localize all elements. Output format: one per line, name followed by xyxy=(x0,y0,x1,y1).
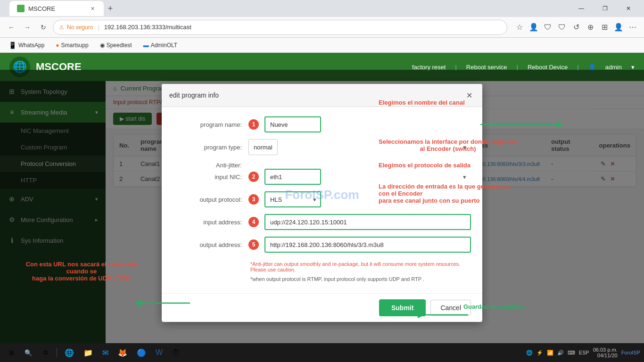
sound-icon: 🔊 xyxy=(557,350,564,356)
start-button[interactable]: ⊞ xyxy=(4,345,19,360)
modal-header: edit program info ✕ xyxy=(162,84,482,107)
modal-title: edit program info xyxy=(169,91,219,99)
bookmark-speedtest-label: Speedtest xyxy=(107,42,132,49)
output-protocol-label: output protocol: xyxy=(173,196,248,203)
bookmarks-bar: 📱 WhatsApp ● Smartsupp ◉ Speedtest ▬ Adm… xyxy=(0,38,644,53)
program-type-select[interactable]: normal HD SD xyxy=(248,139,278,155)
clock-date: 04/11/20 xyxy=(593,353,618,358)
back-button[interactable]: ← xyxy=(5,21,18,34)
anti-jitter-row: Anti-jitter: xyxy=(173,162,471,169)
input-address-input[interactable] xyxy=(264,214,471,230)
browser-chrome: MSCORE ✕ + — ❐ ✕ ← → ↻ ⚠ No seguro | 192… xyxy=(0,0,644,53)
extension-icon1[interactable]: 🛡 xyxy=(541,21,554,34)
modal-close-button[interactable]: ✕ xyxy=(463,90,475,101)
submit-button[interactable]: Submit xyxy=(379,299,426,316)
adminolt-icon: ▬ xyxy=(143,42,149,49)
explorer-icon: 📁 xyxy=(83,348,93,357)
modal-dialog: edit program info ✕ program name: 1 xyxy=(162,84,482,322)
taskbar-clock: 06:03 p.m. 04/11/20 xyxy=(593,347,618,358)
taskview-button[interactable]: ⧉ xyxy=(38,345,53,360)
cancel-button[interactable]: Cancel xyxy=(430,300,471,316)
note-2: *when output protocol is RTMP, input pro… xyxy=(250,274,471,284)
address-box[interactable]: ⚠ No seguro | 192.168.203.136:3333/multi… xyxy=(53,20,507,35)
taskbar-right: 🌐 ⚡ 📶 🔊 ⌨ ESP 06:03 p.m. 04/11/20 ForoIS… xyxy=(526,347,640,358)
minimize-button[interactable]: — xyxy=(570,1,592,16)
bookmark-smartsupp-label: Smartsupp xyxy=(61,42,89,49)
tab-close-button[interactable]: ✕ xyxy=(89,5,96,12)
extension-icon2[interactable]: 🛡 xyxy=(555,21,569,34)
taskbar-extra-app[interactable]: ⏱ xyxy=(168,346,183,359)
keyboard-icon: ⌨ xyxy=(568,350,575,356)
star-icon[interactable]: ☆ xyxy=(513,21,526,34)
taskbar-chrome-app[interactable]: 🔵 xyxy=(133,346,150,359)
title-bar: MSCORE ✕ + — ❐ ✕ xyxy=(0,0,644,17)
input-nic-select-wrapper: eth1 eth0 eth2 xyxy=(264,169,471,185)
badge-5: 5 xyxy=(248,239,259,250)
toolbar-icons: ☆ 👤 🛡 🛡 ↺ ⊕ ⊞ 👤 ⋯ xyxy=(513,21,639,34)
bookmark-whatsapp[interactable]: 📱 WhatsApp xyxy=(5,40,48,50)
word-icon: W xyxy=(156,348,163,357)
lock-icon: ⚠ xyxy=(59,24,64,31)
profile-icon[interactable]: 👤 xyxy=(527,21,540,34)
modal-footer: Submit Cancel xyxy=(162,293,482,322)
note-1: *Anti-jitter can output smoothly and re-… xyxy=(250,259,471,274)
extension-icon5[interactable]: ⊞ xyxy=(598,21,611,34)
badge-3: 3 xyxy=(248,194,259,205)
output-protocol-row: output protocol: 3 HLS RTMP UDP HTTP xyxy=(173,191,471,207)
badge-1: 1 xyxy=(248,119,259,130)
annotation-5-text: Con esta URL nos sacará el contenido cua… xyxy=(20,261,143,282)
user-avatar-icon[interactable]: 👤 xyxy=(612,21,625,34)
refresh-button[interactable]: ↻ xyxy=(37,21,50,34)
menu-icon[interactable]: ⋯ xyxy=(626,21,639,34)
taskbar-mail-app[interactable]: ✉ xyxy=(99,346,112,359)
bookmark-adminolt[interactable]: ▬ AdminOLT xyxy=(140,41,181,50)
input-nic-row: input NIC: 2 eth1 eth0 eth2 xyxy=(173,169,471,185)
anti-jitter-label: Anti-jitter: xyxy=(173,162,248,169)
forward-button[interactable]: → xyxy=(21,21,34,34)
wifi-icon: 📶 xyxy=(547,350,553,356)
search-button[interactable]: 🔍 xyxy=(21,345,36,360)
program-type-label: program type: xyxy=(173,144,248,151)
program-name-label: program name: xyxy=(173,121,248,128)
bookmark-adminolt-label: AdminOLT xyxy=(151,42,177,49)
extra-icon: ⏱ xyxy=(172,348,180,357)
mail-icon: ✉ xyxy=(102,348,108,357)
output-address-input[interactable] xyxy=(264,237,471,253)
taskbar-explorer-app[interactable]: 📁 xyxy=(80,346,97,359)
program-name-row: program name: 1 xyxy=(173,116,471,132)
badge-4: 4 xyxy=(248,217,259,227)
taskbar-firefox-app[interactable]: 🦊 xyxy=(114,346,131,359)
modal-notes: *Anti-jitter can output smoothly and re-… xyxy=(173,259,471,284)
input-nic-label: input NIC: xyxy=(173,173,248,181)
url-prefix: No seguro xyxy=(67,24,93,31)
taskbar-edge-app[interactable]: 🌐 xyxy=(61,346,78,359)
maximize-button[interactable]: ❐ xyxy=(594,1,616,16)
output-address-row: output address: 5 xyxy=(173,237,471,253)
url-separator: | xyxy=(98,24,99,31)
output-protocol-select-wrapper: HLS RTMP UDP HTTP xyxy=(264,191,321,207)
speedtest-icon: ◉ xyxy=(100,42,105,49)
arrow-1 xyxy=(480,120,575,129)
tab-title: MSCORE xyxy=(28,5,55,12)
input-address-label: input address: xyxy=(173,219,248,226)
browser-tab[interactable]: MSCORE ✕ xyxy=(9,1,104,16)
program-type-row: program type: normal HD SD xyxy=(173,139,471,155)
close-button[interactable]: ✕ xyxy=(618,1,639,16)
input-nic-select[interactable]: eth1 eth0 eth2 xyxy=(264,169,321,185)
output-protocol-select[interactable]: HLS RTMP UDP HTTP xyxy=(264,191,321,207)
program-name-input[interactable] xyxy=(264,116,321,132)
foroISP-label: ForoISP xyxy=(621,350,640,355)
language-label: ESP xyxy=(579,350,589,355)
extension-icon3[interactable]: ↺ xyxy=(570,21,583,34)
program-type-select-wrapper: normal HD SD xyxy=(248,139,471,155)
modal-overlay: Elegimos el nombre del canal Seleccionam… xyxy=(0,70,644,343)
new-tab-button[interactable]: + xyxy=(104,2,117,15)
extension-icon4[interactable]: ⊕ xyxy=(584,21,597,34)
taskbar-word-app[interactable]: W xyxy=(152,346,166,359)
bookmark-speedtest[interactable]: ◉ Speedtest xyxy=(96,41,136,50)
bookmark-smartsupp[interactable]: ● Smartsupp xyxy=(52,41,92,50)
battery-icon: ⚡ xyxy=(537,350,543,356)
address-bar-row: ← → ↻ ⚠ No seguro | 192.168.203.136:3333… xyxy=(0,17,644,38)
network-icon: 🌐 xyxy=(526,350,533,356)
clock-time: 06:03 p.m. xyxy=(593,347,618,353)
